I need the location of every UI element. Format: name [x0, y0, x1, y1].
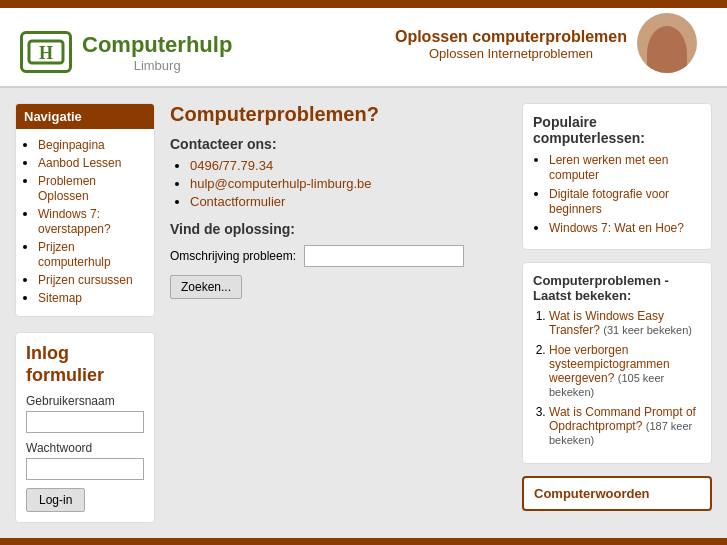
top-border: [0, 0, 727, 8]
header: H Computerhulp Limburg Oplossen computer…: [0, 8, 727, 88]
computer-woorden-box: Computerwoorden: [522, 476, 712, 511]
find-section: Vind de oplossing: Omschrijving probleem…: [170, 221, 507, 299]
contact-email[interactable]: hulp@computerhulp-limburg.be: [190, 176, 372, 191]
latest-views-1: (31 keer bekeken): [603, 324, 692, 336]
sidebar: Navigatie Beginpagina Aanbod Lessen Prob…: [15, 103, 155, 523]
list-item: Digitale fotografie voor beginners: [549, 186, 701, 216]
latest-list: Wat is Windows Easy Transfer? (31 keer b…: [533, 309, 701, 447]
nav-link-beginpagina[interactable]: Beginpagina: [38, 138, 105, 152]
login-box: Inlog formulier Gebruikersnaam Wachtwoor…: [15, 332, 155, 523]
popular-link-3[interactable]: Windows 7: Wat en Hoe?: [549, 221, 684, 235]
nav-link-prijzen-computerhulp[interactable]: Prijzen computerhulp: [38, 240, 111, 269]
nav-link-aanbod[interactable]: Aanbod Lessen: [38, 156, 121, 170]
latest-section: Computerproblemen - Laatst bekeken: Wat …: [522, 262, 712, 464]
svg-text:H: H: [39, 43, 53, 63]
bottom-border: [0, 538, 727, 545]
list-item: hulp@computerhulp-limburg.be: [190, 176, 507, 191]
latest-header: Computerproblemen - Laatst bekeken:: [533, 273, 701, 303]
tagline-line2: Oplossen Internetproblemen: [395, 46, 627, 61]
nav-link-prijzen-cursussen[interactable]: Prijzen cursussen: [38, 273, 133, 287]
password-input[interactable]: [26, 458, 144, 480]
login-button[interactable]: Log-in: [26, 488, 85, 512]
logo-text: Computerhulp Limburg: [82, 32, 232, 73]
nav-content: Beginpagina Aanbod Lessen Problemen Oplo…: [16, 129, 154, 316]
popular-list: Leren werken met een computer Digitale f…: [533, 152, 701, 235]
list-item: Windows 7: overstappen?: [38, 206, 146, 236]
nav-list: Beginpagina Aanbod Lessen Problemen Oplo…: [24, 137, 146, 305]
nav-link-sitemap[interactable]: Sitemap: [38, 291, 82, 305]
contact-form-link[interactable]: Contactformulier: [190, 194, 285, 209]
nav-header: Navigatie: [16, 104, 154, 129]
tagline-line1: Oplossen computerproblemen: [395, 28, 627, 46]
list-item: Prijzen computerhulp: [38, 239, 146, 269]
list-item: Problemen Oplossen: [38, 173, 146, 203]
logo-subtitle: Limburg: [82, 58, 232, 73]
popular-link-2[interactable]: Digitale fotografie voor beginners: [549, 187, 669, 216]
list-item: Windows 7: Wat en Hoe?: [549, 220, 701, 235]
contact-header: Contacteer ons:: [170, 136, 507, 152]
list-item: Wat is Windows Easy Transfer? (31 keer b…: [549, 309, 701, 337]
list-item: Contactformulier: [190, 194, 507, 209]
search-input[interactable]: [304, 245, 464, 267]
avatar-shape: [647, 26, 687, 74]
list-item: Hoe verborgen systeempictogrammen weerge…: [549, 343, 701, 399]
nav-link-windows7[interactable]: Windows 7: overstappen?: [38, 207, 111, 236]
nav-link-problemen[interactable]: Problemen Oplossen: [38, 174, 96, 203]
contact-section: Contacteer ons: 0496/77.79.34 hulp@compu…: [170, 136, 507, 209]
list-item: 0496/77.79.34: [190, 158, 507, 173]
login-title: Inlog formulier: [26, 343, 144, 386]
main-title: Computerproblemen?: [170, 103, 507, 126]
list-item: Leren werken met een computer: [549, 152, 701, 182]
find-header: Vind de oplossing:: [170, 221, 507, 237]
nav-box: Navigatie Beginpagina Aanbod Lessen Prob…: [15, 103, 155, 317]
search-label: Omschrijving probleem:: [170, 249, 296, 263]
logo-icon: H: [20, 31, 72, 73]
popular-section: Populaire computerlessen: Leren werken m…: [522, 103, 712, 250]
list-item: Aanbod Lessen: [38, 155, 146, 170]
right-sidebar: Populaire computerlessen: Leren werken m…: [522, 103, 712, 523]
search-button[interactable]: Zoeken...: [170, 275, 242, 299]
logo: H Computerhulp Limburg: [20, 31, 232, 73]
popular-link-1[interactable]: Leren werken met een computer: [549, 153, 668, 182]
list-item: Beginpagina: [38, 137, 146, 152]
avatar: [637, 13, 697, 73]
list-item: Prijzen cursussen: [38, 272, 146, 287]
main-area: Navigatie Beginpagina Aanbod Lessen Prob…: [0, 88, 727, 538]
logo-title: Computerhulp: [82, 32, 232, 58]
username-input[interactable]: [26, 411, 144, 433]
contact-list: 0496/77.79.34 hulp@computerhulp-limburg.…: [170, 158, 507, 209]
popular-header: Populaire computerlessen:: [533, 114, 701, 146]
computer-woorden-header: Computerwoorden: [534, 486, 700, 501]
username-label: Gebruikersnaam: [26, 394, 144, 408]
search-row: Omschrijving probleem:: [170, 245, 507, 267]
list-item: Sitemap: [38, 290, 146, 305]
header-tagline: Oplossen computerproblemen Oplossen Inte…: [395, 28, 627, 61]
contact-phone[interactable]: 0496/77.79.34: [190, 158, 273, 173]
list-item: Wat is Command Prompt of Opdrachtprompt?…: [549, 405, 701, 447]
password-label: Wachtwoord: [26, 441, 144, 455]
center-content: Computerproblemen? Contacteer ons: 0496/…: [155, 103, 522, 523]
